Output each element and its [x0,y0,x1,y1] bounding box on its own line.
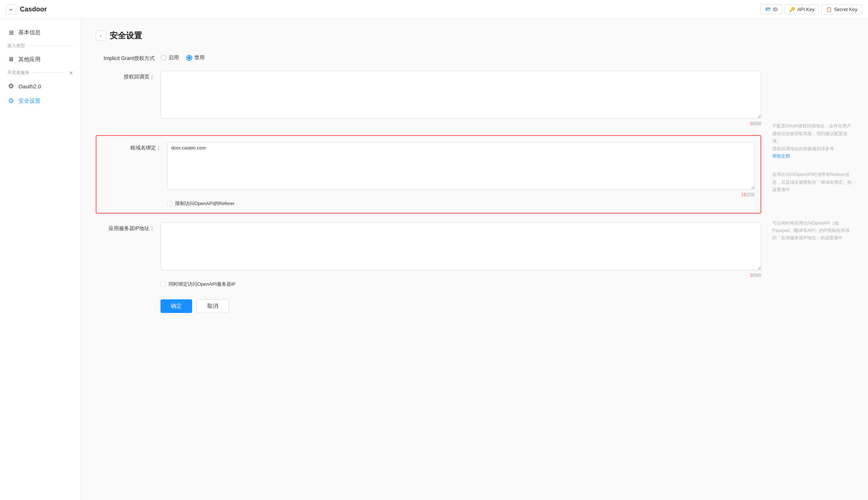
grid-icon: ⊞ [7,29,15,36]
sidebar-divider-dev-services: 开发者服务 ✕ [0,67,81,79]
content-with-hint: Implicit Grant授权方式 启用 禁用 [96,52,853,313]
server-ip-checkbox-label[interactable]: 同时绑定访问OpenAPI服务器IP [169,281,236,288]
sidebar-item-oauth2[interactable]: ⚙ Oauth2.0 [0,79,81,94]
callback-url-field: 0/500 [160,71,761,126]
help-doc-link[interactable]: 帮助文档 [772,154,790,159]
page-title: 安全设置 [110,30,142,41]
server-ip-label: 应用服务器IP地址： [96,222,155,232]
api-key-label: API Key [797,7,814,12]
radio-disable[interactable]: 禁用 [186,54,205,61]
server-ip-hint: 可以同时将应用访问OpenAPI（如Passport、翻译等API）的IP限制在… [772,219,853,242]
callback-url-char-count: 0/500 [160,121,761,126]
oauth-icon: ⚙ [7,82,15,90]
close-icon[interactable]: ✕ [69,70,73,76]
monitor-icon: 🖥 [7,56,15,63]
domain-hint: 应用在访问OpenAPI时须带有Referer信息，且其域名被限制在「根域名绑定… [772,171,853,193]
domain-binding-section: 根域名绑定： 15/255 限制访问OpenAPI的Referer [96,135,761,214]
header: ↩ Casdoor 🪪 ID 🔑 API Key 📋 Secret Key [0,0,868,19]
secret-key-label: Secret Key [834,7,857,12]
implicit-grant-row: Implicit Grant授权方式 启用 禁用 [96,52,761,62]
server-ip-checkbox[interactable] [160,282,166,287]
radio-enable[interactable]: 启用 [160,54,179,61]
domain-hint-spacer: 应用在访问OpenAPI时须带有Referer信息，且其域名被限制在「根域名绑定… [772,171,853,193]
secret-key-button[interactable]: 📋 Secret Key [821,4,862,14]
security-icon: ⚙ [7,97,15,105]
button-row: 确定 取消 [96,299,761,313]
sidebar-item-other-apps[interactable]: 🖥 其他应用 [0,52,81,67]
sidebar-item-basic-info[interactable]: ⊞ 基本信息 [0,25,81,40]
sidebar-divider-access-type: 接入类型 [0,40,81,52]
cancel-button[interactable]: 取消 [197,299,229,313]
domain-checkbox-row: 限制访问OpenAPI的Referer [167,200,755,207]
radio-group: 启用 禁用 [160,52,761,61]
app-title: Casdoor [20,6,47,13]
confirm-button[interactable]: 确定 [160,299,192,313]
server-ip-char-count: 0/500 [160,273,761,278]
radio-enable-circle [160,55,166,61]
callback-url-row: 授权回调页： 0/500 [96,71,761,126]
callback-url-label: 授权回调页： [96,71,155,80]
id-button[interactable]: 🪪 ID [760,4,782,14]
sidebar-item-label: Oauth2.0 [18,83,41,89]
id-icon: 🪪 [765,7,771,12]
server-ip-textarea[interactable] [160,222,761,270]
domain-checkbox[interactable] [167,201,172,206]
layout: ⊞ 基本信息 接入类型 🖥 其他应用 开发者服务 ✕ ⚙ Oauth2.0 ⚙ … [0,19,868,500]
divider-line [32,73,66,73]
sidebar-item-label: 其他应用 [18,56,40,63]
back-icon[interactable]: ↩ [6,4,16,15]
implicit-grant-field: 启用 禁用 [160,52,761,61]
sidebar-item-label: 安全设置 [18,98,40,105]
back-button[interactable]: ‹ [96,31,106,41]
server-ip-row: 应用服务器IP地址： 0/500 同时绑定访问OpenAPI服务器IP [96,222,761,288]
page-header: ‹ 安全设置 [96,30,853,41]
main-content: ‹ 安全设置 Implicit Grant授权方式 启用 [81,19,868,500]
header-right: 🪪 ID 🔑 API Key 📋 Secret Key [760,4,862,14]
radio-enable-label: 启用 [169,54,179,61]
domain-checkbox-label[interactable]: 限制访问OpenAPI的Referer [175,200,234,207]
domain-binding-label: 根域名绑定： [102,142,161,151]
sidebar: ⊞ 基本信息 接入类型 🖥 其他应用 开发者服务 ✕ ⚙ Oauth2.0 ⚙ … [0,19,81,500]
implicit-grant-label: Implicit Grant授权方式 [96,52,155,62]
server-ip-hint-spacer: 可以同时将应用访问OpenAPI（如Passport、翻译等API）的IP限制在… [772,219,853,242]
secret-key-icon: 📋 [826,7,832,12]
callback-hint-spacer: 不配置OAuth授权回调地址，会存在用户授权信息被窃取风险，强烈建议配置该项。授… [772,115,853,160]
radio-disable-circle [186,55,192,61]
callback-url-textarea[interactable] [160,71,761,119]
domain-binding-char-count: 15/255 [167,192,755,197]
id-label: ID [773,7,777,12]
api-key-button[interactable]: 🔑 API Key [784,4,819,14]
sidebar-item-security[interactable]: ⚙ 安全设置 [0,94,81,108]
server-ip-field: 0/500 同时绑定访问OpenAPI服务器IP [160,222,761,288]
domain-binding-textarea[interactable] [167,142,755,190]
back-chevron-icon: ‹ [100,33,102,38]
radio-disable-label: 禁用 [194,54,205,61]
sidebar-item-label: 基本信息 [18,29,40,36]
form-main: Implicit Grant授权方式 启用 禁用 [96,52,761,313]
api-key-icon: 🔑 [789,7,795,12]
domain-binding-field: 15/255 限制访问OpenAPI的Referer [167,142,755,207]
header-left: ↩ Casdoor [6,4,47,15]
callback-hint: 不配置OAuth授权回调地址，会存在用户授权信息被窃取风险，强烈建议配置该项。授… [772,115,853,160]
hint-area: 不配置OAuth授权回调地址，会存在用户授权信息被窃取风险，强烈建议配置该项。授… [772,52,853,313]
server-ip-checkbox-row: 同时绑定访问OpenAPI服务器IP [160,281,761,288]
